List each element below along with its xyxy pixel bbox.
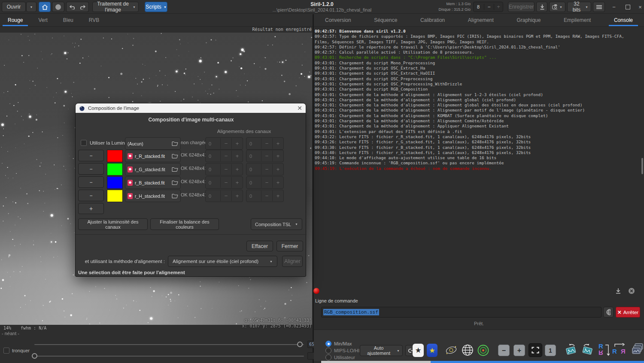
spin-minus[interactable]: − — [261, 191, 272, 201]
tab-conversion[interactable]: Conversion — [320, 14, 356, 26]
tab-rouge[interactable]: Rouge — [3, 14, 28, 26]
zoom-fit-button[interactable] — [529, 343, 542, 357]
astrometry-button[interactable] — [445, 344, 458, 358]
tab-graphique[interactable]: Graphique — [511, 14, 546, 26]
sequence-list-button[interactable] — [631, 343, 644, 359]
record-log-icon[interactable] — [313, 288, 319, 294]
save-button[interactable]: Enregistrer — [508, 2, 535, 12]
clear-button[interactable]: Effacer — [246, 241, 273, 251]
console-log[interactable]: 09:42:57: Bienvenue dans siril v1.2.009:… — [315, 29, 640, 171]
remove-layer-button[interactable]: − — [78, 163, 104, 175]
dialog-close-icon[interactable]: ✕ — [297, 105, 302, 112]
tab-empilement[interactable]: Empilement — [559, 14, 596, 26]
shift-x-spinner[interactable]: 0−+ — [205, 150, 243, 162]
shift-y-spinner[interactable]: 0−+ — [246, 163, 284, 175]
channel-color-swatch[interactable] — [107, 190, 123, 202]
channel-file-chip[interactable]: r_B_stacked.fit — [125, 176, 181, 189]
remove-layer-button[interactable]: − — [78, 150, 104, 161]
spin-plus[interactable]: + — [231, 164, 243, 175]
radio-user[interactable]: Utilisateur — [325, 354, 355, 360]
photometry-button[interactable]: ★ — [427, 344, 437, 357]
spin-plus[interactable]: + — [272, 191, 283, 201]
stop-button[interactable]: ✕Arrêter — [616, 307, 640, 318]
open-button[interactable]: Ouvrir — [2, 2, 26, 12]
align-method-select[interactable]: Alignement sur une étoile (ciel profond)… — [168, 256, 277, 267]
export-log-button[interactable] — [615, 287, 622, 296]
spin-minus[interactable]: − — [261, 164, 272, 175]
autostretch-select[interactable]: Auto ajustement▼ — [360, 345, 403, 356]
image-processing-menu-button[interactable]: Traitement de l'image▼ — [92, 2, 139, 12]
folder-open-icon[interactable] — [172, 153, 178, 159]
luminance-shift-x-spinner[interactable]: 0−+ — [205, 137, 243, 150]
shift-x-spinner[interactable]: 0−+ — [205, 176, 243, 189]
target-button[interactable] — [477, 345, 489, 357]
add-layer-button[interactable]: + — [78, 203, 104, 214]
luminance-shift-y-spinner[interactable]: 0−+ — [246, 137, 284, 150]
zoom-out-button[interactable]: − — [498, 345, 510, 356]
spin-plus[interactable]: + — [272, 177, 283, 188]
tab-rvb[interactable]: RVB — [84, 14, 104, 26]
zoom-in-button[interactable]: + — [513, 345, 525, 356]
folder-open-icon[interactable] — [172, 193, 178, 199]
shift-x-spinner[interactable]: 0−+ — [205, 163, 243, 175]
threads-spinner[interactable]: 8 − + — [473, 2, 503, 12]
zoom-one-button[interactable]: 1 — [545, 345, 556, 356]
hamburger-menu-button[interactable] — [593, 2, 605, 12]
close-window-button[interactable]: × — [636, 2, 644, 12]
spin-plus[interactable]: + — [231, 177, 243, 188]
console-scrollbar[interactable] — [641, 158, 643, 174]
spin-plus[interactable]: + — [272, 164, 283, 175]
star-detection-button[interactable]: ★ — [413, 344, 424, 357]
shift-y-spinner[interactable]: 0−+ — [246, 190, 284, 202]
spin-minus[interactable]: − — [220, 138, 231, 149]
low-level-slider-handle[interactable] — [32, 353, 37, 359]
export-button[interactable] — [536, 2, 547, 12]
spin-plus[interactable]: + — [231, 138, 243, 149]
shift-y-spinner[interactable]: 0−+ — [246, 150, 284, 162]
composition-mode-select[interactable]: Composition TSL▼ — [251, 218, 302, 230]
bit-depth-select[interactable]: 32 bits▼ — [567, 2, 591, 12]
flip-vertical-button[interactable]: R R — [597, 343, 610, 358]
spin-minus[interactable]: − — [220, 177, 231, 188]
threads-minus-button[interactable]: − — [484, 4, 494, 10]
radio-mips[interactable]: MIPS-LO/HI — [325, 348, 359, 354]
channel-file-chip[interactable]: r_R_stacked.fit — [125, 150, 181, 162]
channel-file-chip[interactable]: r_G_stacked.fit — [125, 163, 181, 175]
remove-layer-button[interactable]: − — [78, 190, 104, 201]
shift-y-spinner[interactable]: 0−+ — [246, 176, 284, 189]
spin-minus[interactable]: − — [220, 191, 231, 201]
folder-open-icon[interactable] — [172, 141, 178, 146]
spin-plus[interactable]: + — [231, 151, 243, 161]
spin-plus[interactable]: + — [272, 138, 283, 149]
tab-sequence[interactable]: Séquence — [369, 14, 402, 26]
channel-color-swatch[interactable] — [107, 176, 123, 189]
tab-console[interactable]: Console — [609, 14, 638, 26]
scripts-menu-button[interactable]: Scripts▼ — [145, 2, 167, 12]
adjust-brightness-button[interactable]: Ajuster la luminosité des canaux — [78, 218, 148, 230]
undo-button[interactable] — [66, 2, 78, 12]
record-button[interactable] — [52, 2, 64, 12]
folder-open-icon[interactable] — [172, 166, 178, 172]
spin-minus[interactable]: − — [220, 164, 231, 175]
rotate-left-button[interactable] — [564, 343, 578, 358]
command-input[interactable]: RGB_composition.ssf — [321, 307, 601, 318]
tab-bleu[interactable]: Bleu — [58, 14, 79, 26]
spin-plus[interactable]: + — [272, 151, 283, 161]
channel-file-chip[interactable]: r_H_stacked.fit — [125, 190, 181, 202]
threads-plus-button[interactable]: + — [494, 4, 503, 10]
spin-minus[interactable]: − — [261, 138, 272, 149]
rotate-right-button[interactable] — [580, 343, 594, 358]
remove-layer-button[interactable]: − — [78, 176, 104, 188]
truncate-checkbox[interactable] — [3, 348, 9, 354]
close-button[interactable]: Fermer — [276, 241, 303, 251]
low-level-slider[interactable] — [34, 356, 304, 357]
shift-x-spinner[interactable]: 0−+ — [205, 190, 243, 202]
align-button[interactable]: Aligner — [282, 256, 303, 267]
use-luminance-checkbox[interactable] — [81, 140, 87, 146]
tab-vert[interactable]: Vert — [33, 14, 52, 26]
channel-color-swatch[interactable] — [107, 163, 123, 175]
redo-button[interactable] — [77, 2, 89, 12]
spin-minus[interactable]: − — [220, 151, 231, 161]
snapshot-button[interactable]: ▼ — [549, 2, 565, 12]
dialog-titlebar[interactable]: Composition de l'image ✕ — [76, 103, 306, 113]
